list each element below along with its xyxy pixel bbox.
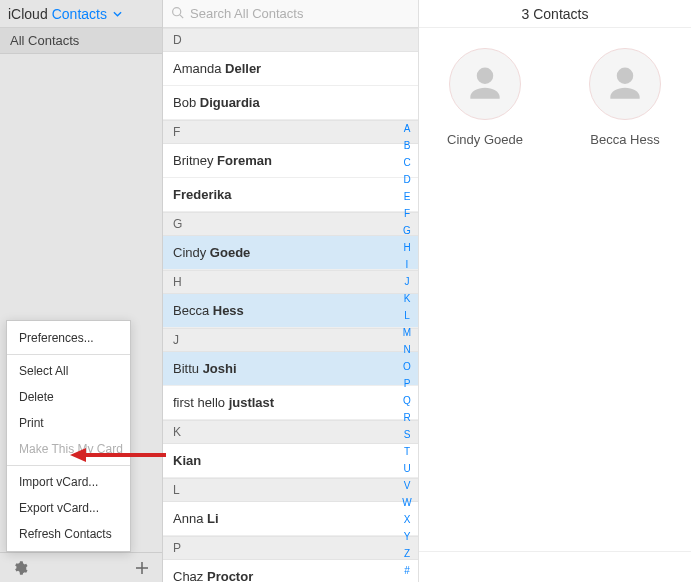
alpha-index-letter[interactable]: G <box>403 222 411 239</box>
alpha-index-letter[interactable]: V <box>404 477 411 494</box>
list-item[interactable]: Bittu Joshi <box>163 352 418 386</box>
contact-list-scroll[interactable]: D Amanda Deller Bob Diguardia F Britney … <box>163 28 418 582</box>
alpha-index-letter[interactable]: E <box>404 188 411 205</box>
alpha-index-letter[interactable]: A <box>404 120 411 137</box>
app-root: iCloud Contacts All Contacts Preferences… <box>0 0 691 582</box>
alpha-index-letter[interactable]: H <box>403 239 410 256</box>
avatar <box>449 48 521 120</box>
sidebar-header: iCloud Contacts <box>0 0 162 28</box>
search-icon <box>171 6 184 22</box>
menu-item-preferences[interactable]: Preferences... <box>7 325 130 351</box>
menu-item-delete[interactable]: Delete <box>7 384 130 410</box>
alpha-index-letter[interactable]: C <box>403 154 410 171</box>
list-item[interactable]: Kian <box>163 444 418 478</box>
alpha-index-letter[interactable]: M <box>403 324 411 341</box>
list-item[interactable]: first hello justlast <box>163 386 418 420</box>
detail-divider <box>419 551 691 552</box>
section-header-p: P <box>163 536 418 560</box>
alpha-index-letter[interactable]: W <box>402 494 411 511</box>
list-item[interactable]: Anna Li <box>163 502 418 536</box>
detail-header: 3 Contacts <box>419 0 691 28</box>
alpha-index-letter[interactable]: Q <box>403 392 411 409</box>
alpha-index-letter[interactable]: X <box>404 511 411 528</box>
list-item[interactable]: Chaz Proctor <box>163 560 418 582</box>
section-header-j: J <box>163 328 418 352</box>
section-header-d: D <box>163 28 418 52</box>
alpha-index-letter[interactable]: J <box>405 273 410 290</box>
svg-point-2 <box>173 7 181 15</box>
search-input[interactable] <box>190 6 410 21</box>
contact-list-column: D Amanda Deller Bob Diguardia F Britney … <box>163 0 419 582</box>
gear-context-menu: Preferences... Select All Delete Print M… <box>6 320 131 552</box>
alpha-index-letter[interactable]: N <box>403 341 410 358</box>
alpha-index-letter[interactable]: S <box>404 426 411 443</box>
selection-count-label: 3 Contacts <box>522 6 589 22</box>
menu-item-export-vcard[interactable]: Export vCard... <box>7 495 130 521</box>
alpha-index-letter[interactable]: Z <box>404 545 410 562</box>
sidebar: iCloud Contacts All Contacts Preferences… <box>0 0 163 582</box>
menu-item-print[interactable]: Print <box>7 410 130 436</box>
alpha-index-letter[interactable]: Y <box>404 528 411 545</box>
menu-item-refresh[interactable]: Refresh Contacts <box>7 521 130 547</box>
sidebar-footer <box>0 552 162 582</box>
list-item[interactable]: Amanda Deller <box>163 52 418 86</box>
list-item[interactable]: Bob Diguardia <box>163 86 418 120</box>
alpha-index-letter[interactable]: K <box>404 290 411 307</box>
section-header-l: L <box>163 478 418 502</box>
list-item[interactable]: Britney Foreman <box>163 144 418 178</box>
alpha-index-letter[interactable]: I <box>406 256 409 273</box>
menu-item-select-all[interactable]: Select All <box>7 358 130 384</box>
avatar <box>589 48 661 120</box>
search-row <box>163 0 418 28</box>
alpha-index-letter[interactable]: F <box>404 205 410 222</box>
alpha-index-letter[interactable]: U <box>403 460 410 477</box>
alpha-index-letter[interactable]: L <box>404 307 410 324</box>
plus-icon[interactable] <box>134 560 150 576</box>
alpha-index-letter[interactable]: T <box>404 443 410 460</box>
menu-separator <box>7 354 130 355</box>
contact-card[interactable]: Becca Hess <box>575 48 675 551</box>
list-item[interactable]: Cindy Goede <box>163 236 418 270</box>
contact-card[interactable]: Cindy Goede <box>435 48 535 551</box>
alpha-index-letter[interactable]: R <box>403 409 410 426</box>
svg-line-3 <box>180 14 183 17</box>
brand-icloud: iCloud <box>8 6 48 22</box>
menu-separator <box>7 465 130 466</box>
brand-contacts[interactable]: Contacts <box>52 6 107 22</box>
menu-item-make-card: Make This My Card <box>7 436 130 462</box>
alpha-index-letter[interactable]: P <box>404 375 411 392</box>
sidebar-item-all-contacts[interactable]: All Contacts <box>0 28 162 54</box>
alpha-index-letter[interactable]: O <box>403 358 411 375</box>
gear-icon[interactable] <box>12 560 28 576</box>
chevron-down-icon[interactable] <box>113 8 122 19</box>
alpha-index-letter[interactable]: B <box>404 137 411 154</box>
menu-item-import-vcard[interactable]: Import vCard... <box>7 469 130 495</box>
alpha-index-letter[interactable]: # <box>404 562 410 579</box>
detail-panel: 3 Contacts Cindy Goede Becca Hess <box>419 0 691 582</box>
sidebar-item-label: All Contacts <box>10 33 79 48</box>
list-item[interactable]: Becca Hess <box>163 294 418 328</box>
detail-cards-row: Cindy Goede Becca Hess <box>419 28 691 551</box>
list-item[interactable]: Frederika <box>163 178 418 212</box>
section-header-f: F <box>163 120 418 144</box>
alpha-index-letter[interactable]: D <box>403 171 410 188</box>
alpha-index: ABCDEFGHIJKLMNOPQRSTUVWXYZ# <box>400 120 414 579</box>
contact-card-name: Cindy Goede <box>447 132 523 147</box>
section-header-h: H <box>163 270 418 294</box>
section-header-k: K <box>163 420 418 444</box>
contact-card-name: Becca Hess <box>590 132 659 147</box>
section-header-g: G <box>163 212 418 236</box>
